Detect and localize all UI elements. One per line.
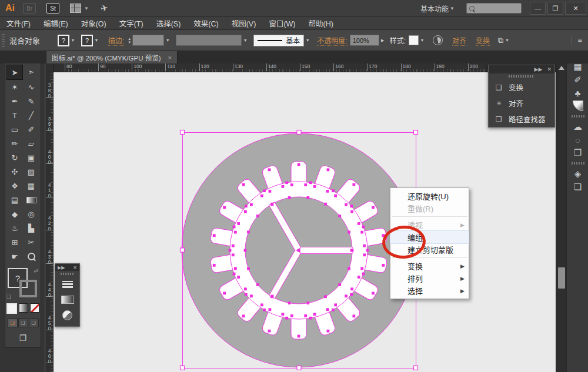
fill-color-swatch[interactable]: ? — [58, 35, 69, 46]
anchor-point[interactable] — [350, 249, 353, 252]
anchor-point[interactable] — [244, 249, 247, 252]
anchor-point[interactable] — [358, 276, 360, 279]
anchor-point[interactable] — [233, 273, 236, 276]
workspace-switcher[interactable]: 基本功能 — [420, 4, 449, 14]
isolate-selection-icon[interactable]: ⧉ — [498, 36, 503, 45]
width-tool[interactable]: ✣ — [6, 165, 23, 179]
artboard-tool[interactable]: ⊞ — [6, 235, 23, 249]
style-chevron-icon[interactable]: ▼ — [419, 36, 426, 45]
anchor-point[interactable] — [338, 215, 341, 217]
anchor-point[interactable] — [213, 264, 216, 267]
anchor-point[interactable] — [298, 163, 300, 166]
artwork[interactable] — [53, 72, 556, 372]
anchor-point[interactable] — [309, 317, 312, 320]
stroke-chevron-icon[interactable]: ▼ — [93, 36, 100, 45]
anchor-point[interactable] — [271, 295, 274, 298]
anchor-point[interactable] — [290, 183, 293, 186]
context-menu-item-transform[interactable]: 变换▶ — [390, 260, 469, 272]
rectangle-tool[interactable]: ▭ — [6, 122, 23, 136]
scrollbar-thumb[interactable] — [558, 267, 565, 289]
anchor-point[interactable] — [324, 203, 327, 206]
symbols-panel-icon[interactable]: ♣ — [567, 86, 588, 99]
opacity-chevron-icon[interactable]: ▶ — [379, 36, 386, 45]
selection-handle[interactable] — [297, 130, 301, 135]
gear-spoke-shape[interactable] — [300, 247, 353, 254]
anchor-point[interactable] — [334, 195, 337, 197]
panel-tab-pathfinder[interactable]: ❒ 路径查找器 — [489, 111, 554, 127]
symbol-sprayer-tool[interactable]: ♨ — [6, 221, 23, 235]
workspace-chevron-icon[interactable]: ▼ — [450, 6, 455, 11]
anchor-point[interactable] — [242, 314, 245, 317]
anchor-point[interactable] — [242, 183, 245, 186]
anchor-point[interactable] — [271, 203, 274, 206]
none-button[interactable] — [30, 303, 39, 313]
anchor-point[interactable] — [256, 215, 259, 217]
profile-chevron-icon[interactable]: ▼ — [242, 36, 249, 45]
stock-icon[interactable]: St — [46, 3, 59, 14]
transparency-panel-icon[interactable] — [55, 307, 79, 323]
tab-close-icon[interactable]: × — [168, 54, 172, 61]
align-panel-link[interactable]: 对齐 — [452, 35, 466, 46]
search-input[interactable] — [466, 3, 522, 14]
blend-tool[interactable]: ◎ — [23, 207, 39, 221]
anchor-point[interactable] — [285, 181, 288, 184]
anchor-point[interactable] — [306, 196, 309, 199]
anchor-point[interactable] — [245, 293, 248, 296]
panel-close-icon[interactable]: ✕ — [547, 66, 552, 72]
vertical-scrollbar[interactable] — [556, 63, 567, 372]
anchor-point[interactable] — [362, 273, 365, 276]
menu-select[interactable]: 选择(S) — [150, 18, 188, 29]
artboards-panel-icon[interactable]: ❏ — [567, 180, 588, 193]
stroke-panel-icon[interactable] — [55, 277, 79, 292]
panel-tab-transform[interactable]: ❑ 变换 — [489, 79, 554, 95]
default-fill-stroke-icon[interactable]: ❏ — [6, 294, 11, 300]
anchor-point[interactable] — [313, 313, 316, 316]
minimize-button[interactable]: — — [530, 2, 546, 15]
menu-window[interactable]: 窗口(W) — [262, 18, 302, 29]
control-panel-menu-icon[interactable]: ≡ — [571, 36, 582, 45]
arrange-documents-icon[interactable] — [70, 4, 81, 13]
anchor-point[interactable] — [334, 303, 337, 306]
pen-tool[interactable]: ✒ — [6, 94, 23, 108]
selection-handle[interactable] — [181, 366, 185, 370]
scroll-up-icon[interactable] — [559, 66, 564, 70]
anchor-point[interactable] — [234, 267, 237, 270]
anchor-point[interactable] — [372, 206, 375, 209]
anchor-point[interactable] — [382, 264, 385, 267]
anchor-point[interactable] — [327, 168, 330, 171]
eraser-tool[interactable]: ▱ — [23, 136, 39, 150]
shape-builder-tool[interactable]: ❖ — [6, 179, 23, 193]
anchor-point[interactable] — [234, 231, 237, 234]
anchor-point[interactable] — [304, 183, 307, 186]
selection-handle[interactable] — [181, 248, 185, 252]
magic-wand-tool[interactable]: ✶ — [6, 80, 23, 94]
draw-inside-mode-button[interactable]: ❏ — [29, 319, 39, 327]
anchor-point[interactable] — [269, 308, 272, 311]
anchor-point[interactable] — [244, 210, 247, 213]
anchor-point[interactable] — [285, 317, 288, 320]
anchor-point[interactable] — [223, 292, 226, 295]
line-segment-tool[interactable]: ╱ — [23, 108, 39, 122]
transform-panel-link[interactable]: 变换 — [476, 35, 490, 46]
style-swatch[interactable] — [409, 35, 419, 45]
anchor-point[interactable] — [290, 314, 293, 317]
rotate-tool[interactable]: ↻ — [6, 150, 23, 165]
anchor-point[interactable] — [350, 205, 353, 207]
anchor-point[interactable] — [244, 287, 247, 290]
anchor-point[interactable] — [332, 189, 335, 192]
anchor-point[interactable] — [352, 183, 355, 186]
anchor-point[interactable] — [223, 206, 226, 209]
close-button[interactable]: ✕ — [565, 2, 586, 15]
anchor-point[interactable] — [237, 222, 240, 225]
zoom-tool[interactable] — [23, 249, 39, 263]
anchor-point[interactable] — [324, 295, 327, 298]
panel-collapse-icon[interactable]: ▶▶ — [534, 66, 543, 72]
perspective-grid-tool[interactable]: ▦ — [23, 179, 39, 193]
stroke-indicator[interactable] — [19, 280, 37, 297]
mini-close-icon[interactable]: ✕ — [73, 265, 77, 270]
anchor-point[interactable] — [298, 249, 300, 252]
selection-handle[interactable] — [297, 366, 301, 370]
anchor-point[interactable] — [309, 181, 312, 184]
anchor-point[interactable] — [233, 226, 236, 229]
mini-panel-header[interactable]: ▶▶ ✕ — [55, 264, 79, 271]
